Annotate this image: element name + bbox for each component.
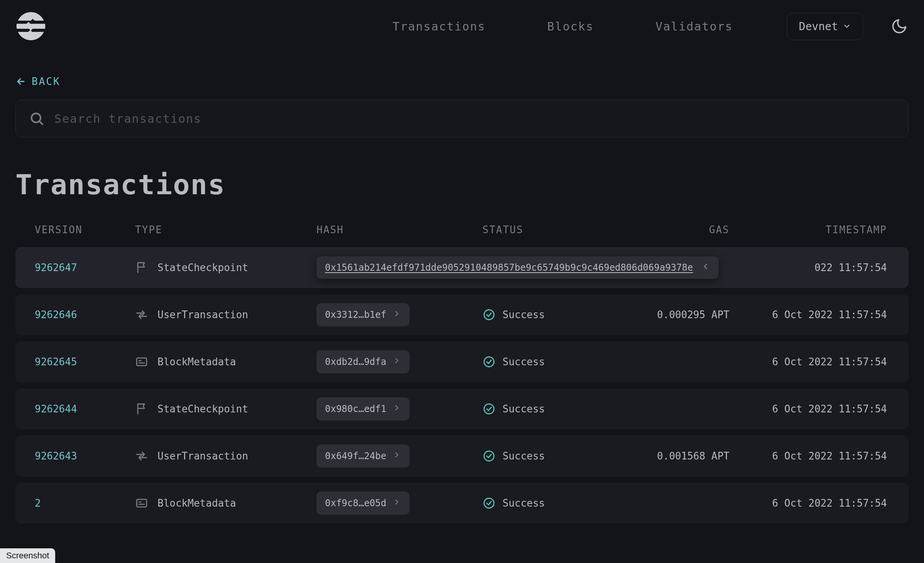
table-header: VERSION TYPE HASH STATUS GAS TIMESTAMP <box>15 216 909 247</box>
page-title: Transactions <box>15 168 909 201</box>
version-link[interactable]: 9262643 <box>35 450 135 462</box>
chevron-right-icon <box>393 356 401 365</box>
timestamp-cell: 6 Oct 2022 11:57:54 <box>753 309 905 321</box>
hash-short: 0x3312…b1ef <box>325 309 386 320</box>
hash-short: 0xdb2d…9dfa <box>325 356 386 367</box>
network-select[interactable]: Devnet <box>787 13 863 40</box>
chevron-right-icon <box>393 451 401 459</box>
version-link[interactable]: 2 <box>35 497 135 509</box>
arrow-left-icon <box>15 76 26 87</box>
status-label: Success <box>503 356 545 368</box>
hash-short: 0x980c…edf1 <box>325 404 386 414</box>
hash-cell: 0x649f…24be <box>316 444 482 468</box>
screenshot-button[interactable]: Screenshot <box>0 548 55 563</box>
status-label: Success <box>503 403 545 415</box>
version-link[interactable]: 9262644 <box>35 403 135 415</box>
th-hash: HASH <box>316 224 482 236</box>
type-label: BlockMetadata <box>157 356 236 368</box>
hash-chip[interactable]: 0xdb2d…9dfa <box>316 350 410 373</box>
flag-icon <box>135 261 148 274</box>
check-circle-icon <box>482 449 496 463</box>
gas-cell: 0.001568 APT <box>621 450 753 462</box>
nav-validators[interactable]: Validators <box>655 20 733 33</box>
chevron-down-icon <box>843 22 851 31</box>
table-row[interactable]: 9262644StateCheckpoint0x980c…edf1Success… <box>15 388 909 429</box>
timestamp-cell: 6 Oct 2022 11:57:54 <box>753 497 905 509</box>
type-cell: UserTransaction <box>135 308 316 321</box>
status-label: Success <box>503 309 545 321</box>
timestamp-cell: 6 Oct 2022 11:57:54 <box>753 450 905 462</box>
network-label: Devnet <box>799 20 838 33</box>
hash-chip[interactable]: 0x649f…24be <box>316 444 410 468</box>
hash-cell: 0xdb2d…9dfa <box>316 350 482 373</box>
status-cell: Success <box>482 355 621 368</box>
type-label: StateCheckpoint <box>157 403 248 415</box>
check-circle-icon <box>482 308 496 321</box>
meta-icon <box>135 355 148 368</box>
hash-chip[interactable]: 0xf9c8…e05d <box>316 492 410 515</box>
main-nav: Transactions Blocks Validators <box>393 20 733 33</box>
timestamp-cell: 6 Oct 2022 11:57:54 <box>753 403 905 415</box>
hash-cell: 0x980c…edf1 <box>316 397 482 421</box>
th-timestamp: TIMESTAMP <box>753 224 905 236</box>
th-gas: GAS <box>621 224 753 236</box>
status-cell: Success <box>482 308 621 321</box>
search-input[interactable] <box>54 112 895 126</box>
chevron-left-icon <box>701 262 710 271</box>
status-cell: Success <box>482 402 621 415</box>
transactions-table: VERSION TYPE HASH STATUS GAS TIMESTAMP 9… <box>15 216 909 524</box>
type-label: BlockMetadata <box>157 497 236 509</box>
hash-tooltip[interactable]: 0x1561ab214efdf971dde9052910489857be9c65… <box>316 256 719 279</box>
hash-short: 0xf9c8…e05d <box>325 498 386 509</box>
chevron-right-icon <box>393 404 401 412</box>
hash-short: 0x649f…24be <box>325 451 386 461</box>
table-row[interactable]: 9262647StateCheckpoint0x1561ab214efdf971… <box>15 247 909 288</box>
hash-cell: 0x3312…b1ef <box>316 303 482 326</box>
status-cell: Success <box>482 497 621 510</box>
nav-blocks[interactable]: Blocks <box>547 20 594 33</box>
theme-toggle[interactable] <box>890 17 909 36</box>
check-circle-icon <box>482 497 496 510</box>
type-cell: BlockMetadata <box>135 497 316 510</box>
gas-cell: 0.000295 APT <box>621 309 753 321</box>
table-row[interactable]: 9262645BlockMetadata0xdb2d…9dfaSuccess6 … <box>15 341 909 382</box>
transfer-icon <box>135 308 148 321</box>
th-version: VERSION <box>35 224 135 236</box>
logo[interactable] <box>15 11 46 42</box>
table-row[interactable]: 9262643UserTransaction0x649f…24beSuccess… <box>15 436 909 477</box>
th-type: TYPE <box>135 224 316 236</box>
status-label: Success <box>503 497 545 509</box>
search-icon <box>29 111 44 126</box>
version-link[interactable]: 9262647 <box>35 262 135 273</box>
hash-chip[interactable]: 0x3312…b1ef <box>316 303 410 326</box>
type-cell: BlockMetadata <box>135 355 316 368</box>
type-cell: StateCheckpoint <box>135 402 316 415</box>
version-link[interactable]: 9262645 <box>35 356 135 368</box>
back-button[interactable]: BACK <box>0 76 924 87</box>
check-circle-icon <box>482 402 496 415</box>
table-row[interactable]: 9262646UserTransaction0x3312…b1efSuccess… <box>15 294 909 335</box>
meta-icon <box>135 497 148 510</box>
moon-icon <box>891 18 908 35</box>
hash-chip[interactable]: 0x980c…edf1 <box>316 397 410 421</box>
th-status: STATUS <box>482 224 621 236</box>
timestamp-cell: 022 11:57:54 <box>753 262 905 273</box>
status-label: Success <box>503 450 545 462</box>
chevron-right-icon <box>393 309 401 318</box>
search-bar[interactable] <box>15 100 909 137</box>
type-cell: StateCheckpoint <box>135 261 316 274</box>
type-label: UserTransaction <box>157 450 248 462</box>
hash-full[interactable]: 0x1561ab214efdf971dde9052910489857be9c65… <box>325 262 693 273</box>
version-link[interactable]: 9262646 <box>35 309 135 321</box>
timestamp-cell: 6 Oct 2022 11:57:54 <box>753 356 905 368</box>
type-label: UserTransaction <box>157 309 248 321</box>
transfer-icon <box>135 449 148 463</box>
hash-cell: 0xf9c8…e05d <box>316 492 482 515</box>
flag-icon <box>135 402 148 415</box>
chevron-right-icon <box>393 498 401 506</box>
table-row[interactable]: 2BlockMetadata0xf9c8…e05dSuccess6 Oct 20… <box>15 483 909 524</box>
check-circle-icon <box>482 355 496 368</box>
back-label: BACK <box>32 76 61 87</box>
type-label: StateCheckpoint <box>157 262 248 273</box>
nav-transactions[interactable]: Transactions <box>393 20 486 33</box>
